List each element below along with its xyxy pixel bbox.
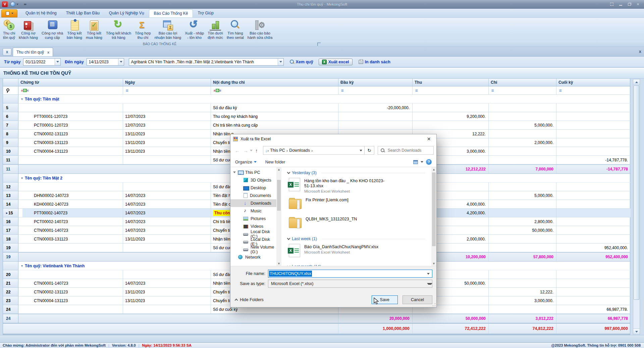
sidebar-item-documents[interactable]: Documents: [230, 192, 276, 199]
filter-thu[interactable]: =: [413, 86, 489, 95]
ribbon-item-xuat-nhap-ton-kho[interactable]: Xuất - nhập - tồn kho: [183, 19, 206, 41]
up-icon[interactable]: ↑: [255, 148, 258, 153]
chevron-down-icon[interactable]: ▾: [21, 97, 23, 101]
minimize-button[interactable]: [618, 2, 623, 7]
table-row[interactable]: 6PTT00001-12072312/07/2023Thu công nợ kh…: [3, 112, 630, 121]
table-row[interactable]: 7PCT00001-12072312/07/2023Chi trả tiền n…: [3, 121, 630, 130]
ribbon-item-tong-hop-thu-chi[interactable]: Tổng hợp thu chi: [133, 19, 153, 41]
menu-tab-tro-giup[interactable]: Trợ Giúp: [193, 9, 218, 17]
change-view-icon[interactable]: [413, 160, 418, 164]
tab-thu-chi-ton-quy[interactable]: Thu chi tồn quỹ x: [13, 48, 53, 56]
file-list-scrollbar[interactable]: ▲ ▼: [431, 167, 436, 266]
dialog-close-button[interactable]: ✕: [421, 134, 436, 144]
scroll-down-icon[interactable]: ▼: [277, 262, 280, 265]
ribbon-item-tong-ket-khach-tra-hang[interactable]: Tổng kết khách trả hàng: [104, 19, 133, 41]
address-dropdown-icon[interactable]: [358, 148, 364, 153]
ribbon-item-cong-no-nha-cung-cap[interactable]: Công nợ nhà cung cấp: [40, 19, 65, 41]
header-noi-dung[interactable]: Nội dung thu chi: [211, 79, 338, 86]
ribbon-item-ton-duoi-inh-muc[interactable]: Tồn dưới định mức: [206, 19, 225, 41]
to-date-input[interactable]: 14/11/2023: [87, 58, 124, 66]
save-type-dropdown-icon[interactable]: [425, 282, 432, 286]
header-ngay[interactable]: Ngày: [123, 79, 211, 86]
sidebar-item-music[interactable]: Music: [230, 207, 276, 215]
ribbon-item-tong-ket-mua-hang[interactable]: Tổng kết mua hàng: [84, 19, 104, 41]
close-document-icon[interactable]: x: [639, 49, 641, 54]
grid-vertical-scrollbar[interactable]: [633, 79, 640, 335]
filter-cuoi-ky[interactable]: =: [556, 86, 631, 95]
ribbon-item-bao-cao-bao-hanh-sua-chua[interactable]: Báo cáo bảo hành sửa chữa: [246, 19, 274, 41]
scroll-down-icon[interactable]: ▼: [432, 262, 435, 265]
resize-grip[interactable]: [432, 303, 436, 306]
file-name-input[interactable]: THUCHITONQUY.xlsx: [268, 270, 432, 278]
header-chi[interactable]: Chi: [489, 79, 556, 86]
filter-ngay[interactable]: =: [123, 86, 211, 95]
sidebar-item-3d-objects[interactable]: 3D Objects: [230, 176, 276, 184]
scroll-up-icon[interactable]: ▲: [277, 168, 280, 171]
chevron-down-icon[interactable]: ▾: [21, 176, 23, 180]
sidebar-item-this-pc[interactable]: This PC: [230, 168, 276, 176]
organize-button[interactable]: Organize: [235, 160, 257, 164]
fund-dropdown-icon[interactable]: [278, 59, 283, 65]
group-row-ten-quy-tien-mat[interactable]: ▾Tên quỹ: Tiền mặt: [3, 95, 630, 103]
menu-tab-bao-cao-thong-ke[interactable]: Báo Cáo Thống Kê: [149, 9, 193, 17]
header-dau-ky[interactable]: Đầu kỳ: [338, 79, 413, 86]
sidebar-item-pictures[interactable]: Pictures: [230, 215, 276, 222]
back-icon[interactable]: ←: [235, 148, 240, 153]
address-bar[interactable]: ↓ › This PC›Downloads›: [263, 146, 365, 155]
expander-icon[interactable]: [233, 171, 236, 175]
list-item[interactable]: Báo Gía_DanhSachChucNangPMV.xlsxMicrosof…: [289, 244, 430, 260]
to-date-dropdown-icon[interactable]: [118, 59, 124, 65]
ribbon-item-cong-no-khach-hang[interactable]: Công nợ khách hàng: [17, 19, 40, 41]
scrollbar-thumb[interactable]: [634, 85, 639, 300]
tab-close-icon[interactable]: x: [47, 50, 49, 54]
sidebar-scrollbar[interactable]: ▲ ▼: [276, 167, 281, 266]
group-dialog-launcher-icon[interactable]: [317, 43, 321, 46]
header-chung-tu[interactable]: Chứng từ: [18, 79, 123, 86]
menu-tab-quan-tri-he-thong[interactable]: Quản trị hệ thống: [21, 9, 61, 17]
menu-tab-thiet-lap-ban-au[interactable]: Thiết Lập Ban Đầu: [61, 9, 104, 17]
cancel-button[interactable]: Cancel: [402, 295, 432, 304]
list-item[interactable]: QLBH_MKS_13112023_TN: [289, 216, 430, 232]
breadcrumb-this-pc[interactable]: This PC: [269, 148, 286, 153]
filter-chung-tu[interactable]: aBc: [18, 86, 123, 95]
print-list-button[interactable]: In danh sách: [359, 60, 390, 64]
file-group-last-month-14[interactable]: Last month (14): [287, 263, 430, 266]
table-row[interactable]: 5Số dư đầu kỳ-20,000,000.: [3, 103, 630, 112]
from-date-input[interactable]: 01/11/2022: [23, 58, 61, 66]
file-group-yesterday-3[interactable]: Yesterday (3): [287, 169, 430, 177]
scroll-up-icon[interactable]: [633, 79, 640, 85]
list-item[interactable]: Hàng tồn kho ban đầu _ Kho KHO 012023-51…: [289, 178, 430, 194]
header-cuoi-ky[interactable]: Cuối kỳ: [556, 79, 631, 86]
ribbon-item-tim-hang-theo-serial[interactable]: Tìm hàng theo serial: [225, 19, 246, 41]
search-box[interactable]: Search Downloads: [378, 146, 434, 155]
filter-chi[interactable]: =: [489, 86, 556, 95]
from-date-dropdown-icon[interactable]: [55, 59, 60, 65]
header-thu[interactable]: Thu: [413, 79, 489, 86]
file-group-last-week-1[interactable]: Last week (1): [287, 235, 430, 242]
view-fund-button[interactable]: Xem quỹ: [290, 60, 313, 64]
hide-folders-button[interactable]: Hide Folders: [235, 297, 264, 302]
scrollbar-thumb[interactable]: [432, 172, 436, 246]
fit-window-icon[interactable]: [609, 2, 614, 7]
save-type-select[interactable]: Microsoft Excel (*.xlsx): [268, 280, 432, 288]
scroll-down-icon[interactable]: [633, 329, 640, 334]
ribbon-item-thu-chi-ton-quy[interactable]: Thu chi tồn quỹ: [1, 19, 17, 41]
fund-select-combo[interactable]: Agribank CN Yên Thành ,Tiền mặt ,Tiền Mặ…: [129, 58, 284, 66]
scroll-up-icon[interactable]: ▲: [432, 168, 435, 171]
sidebar-item-new-volume-g[interactable]: New Volume (G:): [230, 246, 276, 253]
ribbon-item-tong-ket-ban-hang[interactable]: Tổng kết bán hàng: [65, 19, 84, 41]
refresh-icon[interactable]: ↻: [365, 146, 374, 155]
application-menu-button[interactable]: [1, 9, 17, 17]
menu-tab-quan-ly-nghiep-vu[interactable]: Quản Lý Nghiệp Vụ: [104, 9, 149, 17]
close-all-tabs-button[interactable]: x: [3, 48, 11, 56]
filter-dau-ky[interactable]: =: [338, 86, 413, 95]
view-dropdown-icon[interactable]: [421, 161, 423, 164]
close-button[interactable]: ×: [635, 2, 641, 7]
new-folder-button[interactable]: New folder: [265, 160, 285, 164]
ribbon-item-bao-cao-loi-nhuan-ban-hang[interactable]: Báo cáo lợi nhuận bán hàng: [153, 19, 183, 41]
sidebar-item-downloads[interactable]: Downloads: [230, 199, 276, 207]
sidebar-item-desktop[interactable]: Desktop: [230, 184, 276, 192]
forward-icon[interactable]: →: [243, 148, 248, 153]
file-name-dropdown-icon[interactable]: [425, 272, 432, 276]
list-item[interactable]: Fix Printer [Liemk.com]: [289, 197, 430, 213]
